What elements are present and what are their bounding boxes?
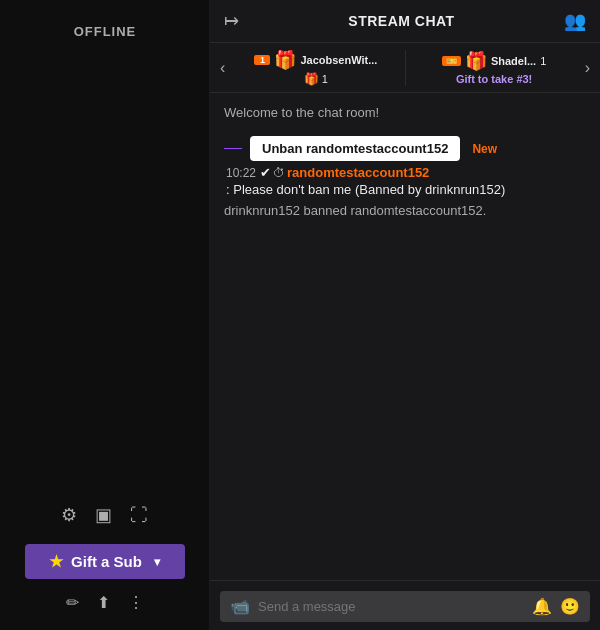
camera-icon[interactable]: 📹	[230, 597, 250, 616]
offline-label: OFFLINE	[0, 24, 210, 39]
gift-icon-1: 🎁	[274, 49, 296, 71]
ban-line: drinknrun152 banned randomtestaccount152…	[224, 203, 586, 218]
gift-take-text[interactable]: Gift to take #3!	[456, 73, 532, 85]
bell-icon[interactable]: 🔔	[532, 597, 552, 616]
chat-timestamp: 10:22	[226, 166, 256, 180]
chat-messages: Welcome to the chat room! Unban randomte…	[210, 93, 600, 580]
pencil-icon[interactable]: ✏	[66, 593, 79, 612]
layout-icon[interactable]: ▣	[95, 504, 112, 526]
sidebar: OFFLINE ⚙ ▣ ⛶ ★ Gift a Sub ▾ ✏ ⬆ ⋮	[0, 0, 210, 630]
gift-bar-left-arrow[interactable]: ‹	[220, 59, 233, 77]
unban-row: Unban randomtestaccount152 New	[224, 136, 586, 161]
gift-badge-1: 1	[254, 55, 270, 65]
sidebar-bottom-icons: ✏ ⬆ ⋮	[66, 593, 144, 612]
fullscreen-icon[interactable]: ⛶	[130, 505, 148, 526]
gift-entry-1-bottom: 🎁 1	[304, 72, 328, 86]
gift-name-1: JacobsenWit...	[300, 54, 377, 66]
chat-input-row: 📹 🔔 🙂	[220, 591, 590, 622]
gift-entry-2: 🎫 🎁 Shadel... 1 Gift to take #3!	[412, 50, 577, 85]
clock-icon[interactable]: ⏱	[273, 166, 285, 180]
stream-chat-title: STREAM CHAT	[348, 13, 454, 29]
gift-count-2: 1	[540, 55, 546, 67]
chat-panel: ↦ STREAM CHAT 👥 ‹ 1 🎁 JacobsenWit... 🎁 1…	[210, 0, 600, 630]
gift-bar-right-arrow[interactable]: ›	[577, 59, 590, 77]
gift-name-2: Shadel...	[491, 55, 536, 67]
gift-divider	[405, 50, 406, 86]
chevron-down-icon: ▾	[154, 555, 160, 569]
users-icon[interactable]: 👥	[564, 10, 586, 32]
gift-count-icon-1: 🎁	[304, 72, 319, 86]
gift-badge-2: 🎫	[442, 56, 461, 66]
gift-bar: ‹ 1 🎁 JacobsenWit... 🎁 1 🎫 🎁 Shadel... 1…	[210, 43, 600, 93]
chat-username: randomtestaccount152	[287, 165, 429, 180]
unban-tooltip[interactable]: Unban randomtestaccount152	[250, 136, 460, 161]
star-icon: ★	[49, 552, 63, 571]
gift-sub-button[interactable]: ★ Gift a Sub ▾	[25, 544, 185, 579]
mod-icon[interactable]: ✔	[260, 165, 271, 180]
unban-line	[224, 148, 242, 149]
sidebar-icons: ⚙ ▣ ⛶	[61, 504, 148, 526]
settings-icon[interactable]: ⚙	[61, 504, 77, 526]
upload-icon[interactable]: ⬆	[97, 593, 110, 612]
gift-take: Gift to take #3!	[456, 72, 532, 85]
more-icon[interactable]: ⋮	[128, 593, 144, 612]
chat-message-text: : Please don't ban me (Banned by drinknr…	[226, 182, 505, 197]
new-badge: New	[472, 142, 497, 156]
gift-entry-1: 1 🎁 JacobsenWit... 🎁 1	[233, 49, 398, 86]
gift-entry-2-top: 🎫 🎁 Shadel... 1	[442, 50, 546, 72]
back-icon[interactable]: ↦	[224, 10, 239, 32]
chat-message-line: 10:22 ✔ ⏱ randomtestaccount152 : Please …	[224, 165, 586, 197]
gift-count-1: 1	[322, 73, 328, 85]
emoji-icon[interactable]: 🙂	[560, 597, 580, 616]
chat-message-input[interactable]	[258, 599, 524, 614]
chat-input-area: 📹 🔔 🙂	[210, 580, 600, 630]
chat-header: ↦ STREAM CHAT 👥	[210, 0, 600, 43]
welcome-message: Welcome to the chat room!	[224, 105, 586, 120]
gift-sub-label: Gift a Sub	[71, 553, 142, 570]
gift-icon-2: 🎁	[465, 50, 487, 72]
gift-entry-1-top: 1 🎁 JacobsenWit...	[254, 49, 377, 71]
